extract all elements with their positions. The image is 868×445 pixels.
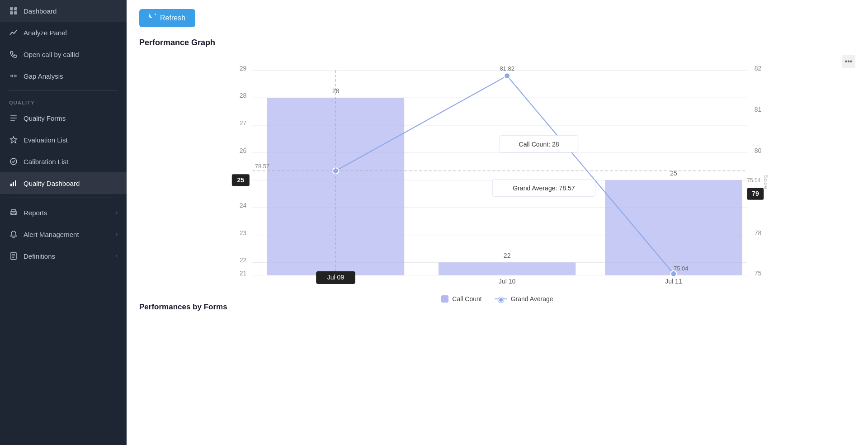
bar-jul11 (605, 180, 742, 275)
svg-rect-1 (14, 7, 17, 10)
legend-call-count: Call Count (441, 295, 481, 303)
svg-rect-10 (10, 120, 15, 121)
svg-rect-17 (12, 209, 15, 211)
svg-rect-9 (10, 118, 17, 118)
sidebar: Dashboard Analyze Panel Open call by cal… (0, 0, 127, 445)
sidebar-item-definitions[interactable]: Definitions › (0, 245, 127, 267)
svg-rect-3 (14, 11, 17, 14)
sidebar-item-calibration[interactable]: Calibration List (0, 151, 127, 172)
chart-container: ••• 29 28 27 26 25 24 23 22 21 (139, 55, 855, 290)
sidebar-label-calibration: Calibration List (24, 158, 68, 166)
sidebar-label-alert-management: Alert Management (24, 231, 79, 238)
svg-text:26: 26 (240, 147, 247, 154)
sidebar-label-dashboard: Dashboard (24, 7, 57, 15)
sidebar-item-quality-forms[interactable]: Quality Forms (0, 107, 127, 129)
bar-icon (9, 179, 18, 188)
sidebar-item-reports[interactable]: Reports › (0, 202, 127, 223)
svg-text:75: 75 (755, 270, 762, 277)
sidebar-label-reports: Reports (24, 209, 47, 217)
svg-text:25: 25 (670, 170, 677, 177)
list-icon (9, 114, 18, 123)
svg-text:23: 23 (240, 229, 247, 237)
sidebar-item-quality-dashboard[interactable]: Quality Dashboard (0, 172, 127, 194)
sidebar-label-open-call: Open call by callId (24, 51, 79, 58)
refresh-button[interactable]: Refresh (139, 9, 195, 27)
sidebar-label-quality-dashboard: Quality Dashboard (24, 180, 80, 187)
legend-grand-avg: Grand Average (495, 295, 553, 303)
svg-text:Jul 11: Jul 11 (665, 278, 682, 285)
phone-icon (9, 50, 18, 59)
main-content: Refresh Performance Graph ••• 29 28 27 2… (127, 0, 868, 445)
quality-section-label: QUALITY (0, 95, 127, 107)
chevron-down-icon: › (116, 209, 118, 216)
svg-text:75.04: 75.04 (747, 177, 761, 184)
dot-jul10 (504, 73, 510, 79)
chart-section: Performance Graph ••• 29 28 27 26 25 24 … (139, 38, 855, 290)
svg-text:78: 78 (755, 229, 762, 237)
chevron-down-icon-2: › (116, 231, 118, 237)
svg-marker-11 (10, 137, 17, 143)
svg-text:24: 24 (240, 202, 247, 209)
svg-rect-18 (12, 213, 15, 215)
ellipsis-icon: ••• (845, 57, 853, 66)
print-icon (9, 208, 18, 217)
circle-check-icon (9, 157, 18, 166)
sidebar-label-gap: Gap Analysis (24, 72, 63, 80)
svg-text:Grand Average: 78.57: Grand Average: 78.57 (513, 185, 575, 192)
divider-2 (9, 198, 118, 198)
chevron-down-icon-3: › (116, 253, 118, 259)
legend-call-count-box (441, 295, 448, 303)
svg-text:75.04: 75.04 (674, 265, 689, 272)
svg-rect-8 (10, 115, 17, 116)
svg-rect-14 (13, 182, 14, 186)
legend-grand-avg-line (495, 298, 507, 299)
svg-text:80: 80 (755, 147, 762, 154)
sidebar-label-definitions: Definitions (24, 252, 55, 260)
svg-text:22: 22 (504, 252, 511, 259)
bar-jul10 (439, 262, 576, 275)
divider-1 (9, 90, 118, 91)
file-icon (9, 251, 18, 260)
sidebar-item-open-call[interactable]: Open call by callId (0, 43, 127, 65)
performance-chart-svg: 29 28 27 26 25 24 23 22 21 (139, 55, 855, 290)
sidebar-item-gap-analysis[interactable]: Gap Analysis (0, 65, 127, 87)
svg-text:27: 27 (240, 119, 247, 127)
sidebar-item-alert-management[interactable]: Alert Management › (0, 223, 127, 245)
sidebar-item-analyze-panel[interactable]: Analyze Panel (0, 22, 127, 43)
svg-rect-15 (15, 180, 16, 186)
svg-text:21: 21 (240, 270, 247, 277)
gap-icon (9, 71, 18, 80)
svg-text:22: 22 (240, 256, 247, 264)
svg-text:29: 29 (240, 65, 247, 72)
sidebar-item-evaluation[interactable]: Evaluation List (0, 129, 127, 151)
refresh-icon (149, 14, 156, 23)
svg-text:79: 79 (752, 190, 759, 197)
svg-rect-0 (10, 7, 13, 10)
perf-forms-title: Performances by Forms (139, 303, 855, 312)
sidebar-label-evaluation: Evaluation List (24, 136, 68, 144)
svg-text:Jul 10: Jul 10 (499, 278, 516, 285)
three-dots-button[interactable]: ••• (842, 55, 855, 68)
svg-text:82: 82 (755, 65, 762, 72)
svg-text:Call Count: 28: Call Count: 28 (519, 141, 559, 148)
svg-text:Jul 09: Jul 09 (327, 274, 344, 281)
sidebar-label-analyze: Analyze Panel (24, 29, 67, 37)
refresh-label: Refresh (160, 14, 185, 22)
dot-jul11 (671, 271, 677, 277)
svg-rect-13 (10, 184, 12, 186)
sidebar-item-dashboard[interactable]: Dashboard (0, 0, 127, 22)
svg-text:Score: Score (763, 175, 769, 189)
svg-point-12 (10, 158, 17, 165)
chart-legend: Call Count Grand Average (139, 295, 855, 303)
svg-rect-2 (10, 11, 13, 14)
svg-text:78.57: 78.57 (255, 163, 270, 170)
legend-grand-avg-label: Grand Average (511, 295, 553, 303)
star-icon (9, 135, 18, 144)
legend-call-count-label: Call Count (452, 295, 481, 303)
grid-icon (9, 6, 18, 15)
svg-text:28: 28 (240, 92, 247, 99)
bell-icon (9, 230, 18, 239)
svg-text:81: 81 (755, 106, 762, 113)
chart-title: Performance Graph (139, 38, 855, 47)
svg-text:25: 25 (237, 176, 244, 184)
